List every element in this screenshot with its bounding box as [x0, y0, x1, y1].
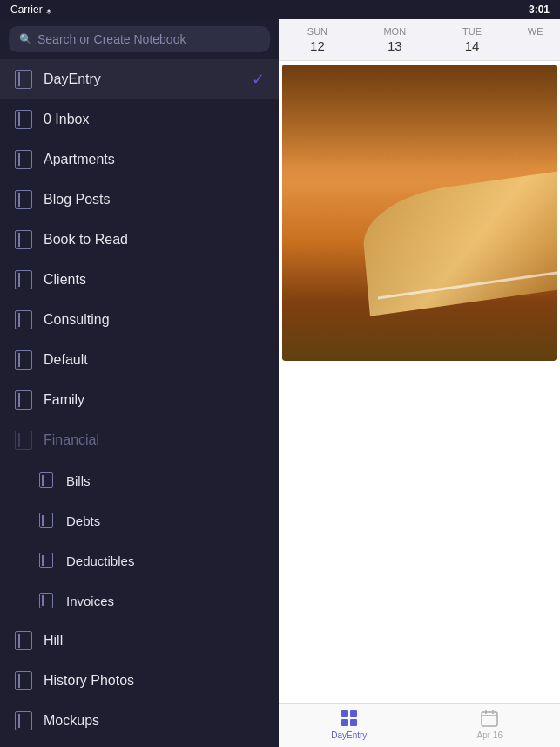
tab-dayentry-label: DayEntry — [331, 730, 367, 740]
day-name-sun: SUN — [282, 26, 353, 37]
checkmark-icon: ✓ — [252, 70, 265, 89]
sidebar-item-clients[interactable]: Clients — [0, 260, 279, 300]
svg-rect-1 — [350, 710, 357, 717]
sidebar-item-mynotebook[interactable]: My Notebook — [0, 741, 279, 747]
carrier-label: Carrier — [10, 3, 43, 16]
status-bar: Carrier ⁎ 3:01 — [0, 0, 560, 19]
notebook-list: DayEntry ✓ 0 Inbox Apartments Blog Posts — [0, 59, 279, 747]
sidebar-item-consulting[interactable]: Consulting — [0, 300, 279, 340]
notebook-icon — [14, 190, 33, 209]
notebook-label: Hill — [44, 633, 265, 649]
sidebar-item-default[interactable]: Default — [0, 340, 279, 380]
notebook-icon — [37, 471, 56, 490]
main-layout: 🔍 Search or Create Notebook DayEntry ✓ 0… — [0, 19, 560, 747]
sidebar-item-debts[interactable]: Debts — [0, 500, 279, 540]
notebook-icon — [37, 591, 56, 610]
notebook-label: Book to Read — [44, 232, 265, 248]
notebook-icon — [14, 390, 33, 410]
tab-calendar[interactable]: Apr 16 — [463, 709, 516, 740]
notebook-icon — [37, 551, 56, 570]
day-name-mon: MON — [360, 26, 430, 37]
right-panel: SUN 12 MON 13 TUE 14 WE — [279, 19, 560, 747]
notebook-label: Consulting — [44, 312, 265, 328]
notebook-icon — [14, 671, 33, 690]
notebook-label: Blog Posts — [44, 192, 265, 207]
sidebar-item-inbox[interactable]: 0 Inbox — [0, 99, 279, 139]
notebook-label: Bills — [66, 473, 265, 488]
notebook-label: Debts — [66, 513, 265, 528]
sidebar-item-historyphotos[interactable]: History Photos — [0, 661, 279, 701]
calendar-col-tue: TUE 14 — [434, 19, 511, 60]
calendar-col-sun: SUN 12 — [279, 19, 356, 60]
day-num-14: 14 — [437, 38, 508, 53]
day-num-12: 12 — [282, 38, 353, 53]
notebook-label: DayEntry — [44, 71, 241, 87]
notebook-label: Financial — [44, 432, 265, 448]
sidebar: 🔍 Search or Create Notebook DayEntry ✓ 0… — [0, 19, 279, 747]
road-line — [360, 168, 557, 316]
notebook-icon — [14, 711, 33, 730]
notebook-label: Family — [44, 392, 265, 408]
calendar-col-we: WE — [510, 19, 560, 60]
calendar-icon — [480, 709, 499, 728]
notebook-label: Mockups — [44, 713, 265, 729]
notebook-icon — [14, 110, 33, 129]
day-num-13: 13 — [360, 38, 430, 53]
day-name-tue: TUE — [437, 26, 508, 37]
sidebar-item-bills[interactable]: Bills — [0, 460, 279, 500]
notebook-icon — [14, 431, 33, 450]
carrier-info: Carrier ⁎ — [10, 3, 51, 16]
sidebar-item-invoices[interactable]: Invoices — [0, 581, 279, 621]
search-bar[interactable]: 🔍 Search or Create Notebook — [9, 26, 270, 52]
grid-icon — [340, 709, 359, 728]
sidebar-item-family[interactable]: Family — [0, 380, 279, 420]
notebook-label: Default — [44, 352, 265, 368]
sidebar-item-deductibles[interactable]: Deductibles — [0, 540, 279, 581]
sidebar-item-apartments[interactable]: Apartments — [0, 139, 279, 180]
wifi-icon: ⁎ — [46, 3, 51, 16]
notebook-icon — [37, 511, 56, 530]
notebook-icon — [14, 230, 33, 249]
sidebar-item-mockups[interactable]: Mockups — [0, 701, 279, 741]
photo-entry — [282, 65, 557, 361]
status-time: 3:01 — [529, 3, 550, 16]
notebook-label: Clients — [44, 272, 265, 288]
sidebar-item-hill[interactable]: Hill — [0, 621, 279, 661]
search-icon: 🔍 — [19, 33, 32, 45]
calendar-col-mon: MON 13 — [356, 19, 434, 60]
svg-rect-3 — [350, 719, 357, 726]
svg-rect-2 — [341, 719, 348, 726]
search-placeholder: Search or Create Notebook — [37, 32, 186, 46]
road-image — [282, 65, 557, 361]
day-name-we: WE — [514, 26, 557, 37]
notebook-icon — [14, 70, 33, 89]
tab-calendar-label: Apr 16 — [477, 730, 503, 740]
calendar-header: SUN 12 MON 13 TUE 14 WE — [279, 19, 560, 61]
notebook-icon — [14, 310, 33, 329]
notebook-icon — [14, 631, 33, 650]
notebook-icon — [14, 150, 33, 169]
notebook-icon — [14, 350, 33, 370]
sidebar-item-financial[interactable]: Financial — [0, 420, 279, 460]
sidebar-item-booktoread[interactable]: Book to Read — [0, 220, 279, 260]
tab-bar: DayEntry Apr 16 — [279, 703, 560, 747]
notebook-label: Deductibles — [66, 553, 265, 568]
notebook-label: 0 Inbox — [44, 112, 265, 127]
calendar-body[interactable] — [279, 61, 560, 703]
svg-rect-0 — [341, 710, 348, 717]
sidebar-item-blogposts[interactable]: Blog Posts — [0, 180, 279, 220]
svg-rect-4 — [482, 712, 497, 726]
tab-dayentry[interactable]: DayEntry — [323, 709, 375, 740]
notebook-label: Invoices — [66, 594, 265, 608]
notebook-label: Apartments — [44, 152, 265, 167]
sidebar-item-dayentry[interactable]: DayEntry ✓ — [0, 59, 279, 99]
notebook-label: History Photos — [44, 673, 265, 689]
notebook-icon — [14, 270, 33, 289]
